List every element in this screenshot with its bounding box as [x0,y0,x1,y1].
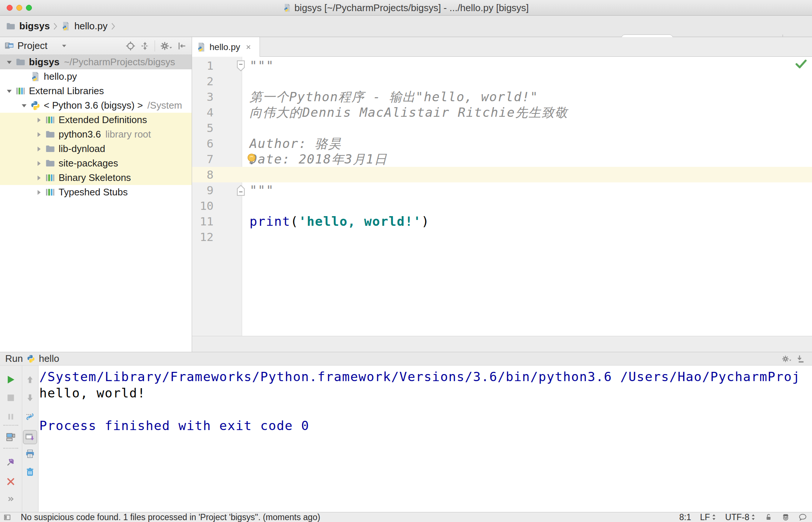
toolbar-separator [3,448,18,449]
inspection-ok-check-icon[interactable] [795,59,807,69]
chevron-right-icon[interactable] [33,145,45,153]
tree-item-binary-skeletons[interactable]: Binary Skeletons [0,171,192,185]
tree-item-python3-6[interactable]: python3.6library root [0,127,192,142]
line-separator-widget[interactable]: LF [700,512,716,522]
settings-gear-icon[interactable] [782,354,791,364]
editor-tab-bar: hello.py [192,37,812,57]
line-number: 6 [192,136,214,151]
tree-item-label: Extended Definitions [59,114,147,126]
print-button[interactable] [25,449,35,459]
pin-button[interactable] [6,457,16,467]
run-console[interactable]: /System/Library/Frameworks/Python.framew… [39,366,812,512]
line-number: 11 [192,214,214,229]
chevron-down-icon[interactable] [3,87,16,95]
chevron-right-icon[interactable] [33,130,45,139]
close-tab-icon[interactable] [245,44,252,50]
tree-item-label: External Libraries [29,85,104,97]
chevron-right-icon[interactable] [33,174,45,182]
editor-line-2[interactable]: 2 [192,73,812,89]
chevron-down-icon[interactable] [62,44,66,47]
editor-line-7[interactable]: 7Date: 2018年3月1日 [192,151,812,167]
run-panel-header: Run hello [0,352,812,366]
editor-horizontal-scrollbar[interactable] [192,336,812,352]
down-button[interactable] [25,393,35,403]
collapse-all-icon[interactable] [140,41,150,51]
code-text: """ [250,182,274,198]
breadcrumb-project[interactable]: bigsys [19,20,50,32]
chevron-down-icon[interactable] [3,58,16,66]
fold-marker-icon[interactable] [237,60,245,72]
editor-line-11[interactable]: 11print('hello, world!') [192,214,812,229]
code-editor[interactable]: 1"""23第一个Python程序 - 输出"hello, world!"4向伟… [192,57,812,336]
up-down-arrows-icon [751,514,756,521]
tree-item-label: bigsys [29,56,59,68]
tree-item-hint: /System [147,100,182,111]
more-button[interactable] [6,494,16,504]
editor-line-3[interactable]: 3第一个Python程序 - 输出"hello, world!" [192,89,812,105]
editor-line-5[interactable]: 5 [192,120,812,136]
fold-marker-icon[interactable] [237,185,245,196]
python-logo-icon [27,354,35,363]
scroll-to-end-button[interactable] [23,430,37,444]
restore-layout-button[interactable] [6,432,16,442]
library-icon [45,173,55,183]
chevron-down-icon[interactable] [18,102,30,110]
code-text: print('hello, world!') [250,214,430,229]
line-number: 10 [192,198,214,214]
intention-bulb-icon[interactable] [246,153,257,165]
soft-wrap-button[interactable] [25,412,35,422]
unlock-icon[interactable] [765,513,773,521]
line-number: 3 [192,89,214,105]
run-panel-title[interactable]: Run [5,353,23,364]
folder-icon [45,129,55,139]
chevron-right-icon[interactable] [33,188,45,196]
editor-line-4[interactable]: 4向伟大的Dennis MacAlistair Ritchie先生致敬 [192,105,812,120]
encoding-widget[interactable]: UTF-8 [725,512,756,522]
tree-item-site-packages[interactable]: site-packages [0,156,192,171]
code-text: Date: 2018年3月1日 [250,151,387,167]
status-message: No suspicious code found. 1 files proces… [21,512,320,522]
breadcrumb-file[interactable]: hello.py [74,20,108,32]
settings-icon[interactable] [160,41,172,51]
toolwindow-switcher-icon[interactable] [4,514,11,521]
code-text: Author: 骆昊 [250,136,341,151]
tab-hello-py[interactable]: hello.py [192,37,260,57]
pause-button[interactable] [6,412,16,422]
tree-item-hello-py[interactable]: hello.py [0,69,192,84]
editor-line-9[interactable]: 9""" [192,182,812,198]
editor-line-8[interactable]: 8 [192,167,812,182]
caret-position-widget[interactable]: 8:1 [679,512,691,522]
chevron-right-icon[interactable] [33,159,45,168]
hide-panel-icon[interactable] [177,41,187,51]
code-text: """ [250,58,274,73]
line-number: 8 [192,167,214,182]
tree-item-lib-dynload[interactable]: lib-dynload [0,142,192,156]
editor-line-1[interactable]: 1""" [192,58,812,73]
tree-item-extended-definitions[interactable]: Extended Definitions [0,113,192,127]
stop-button[interactable] [6,393,16,403]
clear-all-button[interactable] [25,467,35,477]
project-panel-title[interactable]: Project [17,40,47,52]
rerun-button[interactable] [6,375,16,384]
window-title: bigsys [~/PycharmProjects/bigsys] - .../… [294,2,529,14]
tree-indent-spacer [18,73,30,81]
editor-line-6[interactable]: 6Author: 骆昊 [192,136,812,151]
tab-label: hello.py [209,42,240,52]
editor-line-12[interactable]: 12 [192,229,812,245]
hide-panel-icon[interactable] [796,354,805,364]
toolbar-separator [3,425,18,426]
close-button[interactable] [6,477,16,486]
locate-icon[interactable] [126,41,135,51]
tree-item-bigsys[interactable]: bigsys~/PycharmProjects/bigsys [0,55,192,69]
tree-item-typeshed-stubs[interactable]: Typeshed Stubs [0,185,192,199]
editor-line-10[interactable]: 10 [192,198,812,214]
project-panel-header: Project [0,37,192,55]
chevron-right-icon[interactable] [33,116,45,124]
event-log-bubble-icon[interactable] [799,513,807,521]
hector-inspector-icon[interactable] [782,513,790,521]
tree-item-external-libraries[interactable]: External Libraries [0,84,192,98]
tree-item-python-3-6-bigsys[interactable]: < Python 3.6 (bigsys) >/System [0,98,192,113]
up-button[interactable] [25,375,35,384]
tree-item-label: Typeshed Stubs [59,186,128,198]
status-bar-widgets: 8:1 LF UTF-8 [679,512,807,522]
